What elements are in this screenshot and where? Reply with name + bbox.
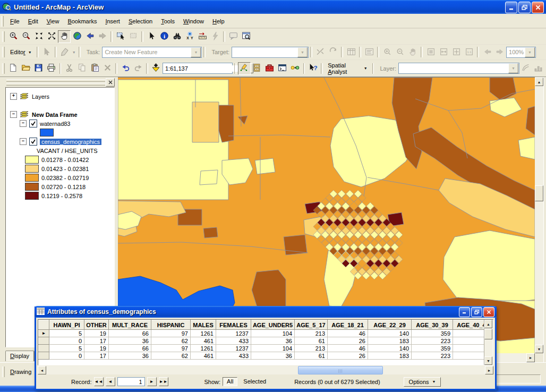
measure-button[interactable] — [196, 30, 209, 43]
cell[interactable]: 62 — [151, 352, 191, 360]
column-header-males[interactable]: MALES — [191, 320, 216, 330]
map-vertical-scrollbar[interactable]: ▲ ▼ — [535, 78, 543, 353]
cell[interactable]: 183 — [368, 337, 412, 345]
toc-close-icon[interactable] — [106, 78, 115, 87]
table-horizontal-scrollbar[interactable]: ◄ ||| ► — [38, 366, 493, 374]
cell[interactable]: 62 — [151, 337, 191, 345]
arccatalog-button[interactable] — [251, 62, 263, 75]
collapse-icon[interactable]: − — [20, 120, 27, 127]
next-record-button[interactable]: ► — [147, 377, 157, 386]
chevron-down-icon[interactable]: ▼ — [191, 47, 201, 57]
cell[interactable]: 359 — [412, 345, 453, 352]
zoom-percent-combo[interactable]: 100%▼ — [506, 47, 536, 58]
table-scroll-left-icon[interactable]: ◄ — [38, 366, 46, 374]
cell[interactable]: 5 — [49, 330, 84, 337]
toolbar-grip[interactable] — [2, 47, 5, 57]
scroll-down-icon[interactable]: ▼ — [535, 345, 543, 353]
cell[interactable]: 5 — [49, 345, 84, 352]
tab-display[interactable]: Display — [5, 351, 34, 361]
cell[interactable]: 359 — [412, 330, 453, 337]
attr-minimize-button[interactable] — [459, 307, 470, 317]
table-vscroll-thumb[interactable] — [484, 329, 492, 339]
collapse-icon[interactable]: − — [20, 138, 27, 145]
table-scroll-up-icon[interactable]: ▲ — [484, 320, 492, 328]
map-vscroll-thumb[interactable] — [535, 185, 543, 201]
target-combo[interactable]: ▼ — [232, 47, 309, 58]
select-elements-button[interactable] — [145, 30, 158, 43]
cell[interactable]: 17 — [84, 352, 109, 360]
expand-icon[interactable]: + — [10, 93, 17, 100]
cell[interactable]: 26 — [328, 337, 368, 345]
column-header-females[interactable]: FEMALES — [216, 320, 251, 330]
layer-checkbox[interactable] — [29, 138, 37, 146]
column-header-age_under5[interactable]: AGE_UNDER5 — [251, 320, 295, 330]
magnifier-window-button[interactable] — [240, 30, 252, 43]
cell[interactable]: 46 — [328, 330, 368, 337]
table-scroll-down-icon[interactable]: ▼ — [484, 356, 492, 365]
row-indicator[interactable] — [39, 345, 49, 352]
cell[interactable]: 0 — [49, 337, 84, 345]
legend-swatch[interactable] — [25, 183, 39, 191]
fixed-zoom-in-button[interactable] — [32, 30, 45, 43]
show-all-button[interactable]: All — [223, 377, 237, 386]
legend-swatch[interactable] — [25, 165, 39, 173]
attr-close-button[interactable] — [483, 307, 494, 317]
column-header-mult_race[interactable]: MULT_RACE — [109, 320, 151, 330]
last-record-button[interactable]: ►► — [159, 377, 168, 386]
cell[interactable]: 36 — [109, 352, 151, 360]
cell[interactable]: 223 — [412, 337, 453, 345]
toolbar-grip[interactable] — [2, 31, 5, 42]
cell[interactable]: 10 — [453, 337, 484, 345]
cell[interactable]: 213 — [295, 330, 328, 337]
row-indicator[interactable] — [39, 352, 49, 360]
cell[interactable]: 19 — [84, 345, 109, 352]
editor-toolbar-button[interactable] — [238, 62, 251, 75]
row-indicator[interactable]: ► — [39, 330, 49, 337]
add-data-button[interactable] — [150, 62, 163, 75]
attribute-table-titlebar[interactable]: Attributes of census_demographics — [35, 306, 497, 318]
cell[interactable]: 1237 — [216, 330, 251, 337]
chevron-down-icon[interactable]: ▼ — [508, 63, 518, 73]
column-header-age_22_29[interactable]: AGE_22_29 — [368, 320, 412, 330]
scroll-up-icon[interactable]: ▲ — [535, 78, 543, 86]
cell[interactable]: 461 — [191, 337, 216, 345]
menu-file[interactable]: File — [6, 15, 24, 27]
undo-button[interactable] — [119, 62, 132, 75]
toc-grip[interactable] — [5, 78, 115, 86]
cell[interactable]: 140 — [368, 345, 412, 352]
select-features-button[interactable] — [114, 30, 127, 43]
save-button[interactable] — [32, 62, 45, 75]
column-header-hispanic[interactable]: HISPANIC — [151, 320, 191, 330]
editor-menu-button[interactable]: Editor▼ — [7, 48, 35, 56]
cell[interactable]: 140 — [368, 330, 412, 337]
menu-insert[interactable]: Insert — [101, 15, 124, 27]
record-number-input[interactable] — [117, 377, 145, 386]
map-scale-combo[interactable]: ▼ — [163, 63, 233, 74]
collapse-icon[interactable]: − — [10, 111, 17, 118]
cell[interactable]: 183 — [368, 352, 412, 360]
spatial-analyst-menu-button[interactable]: Spatial Analyst▼ — [325, 61, 370, 76]
restore-button[interactable] — [518, 2, 531, 13]
cell[interactable]: 1237 — [216, 345, 251, 352]
chevron-down-icon[interactable]: ▼ — [297, 47, 308, 57]
cell[interactable]: 223 — [412, 352, 453, 360]
zoom-out-button[interactable] — [20, 30, 32, 43]
first-record-button[interactable]: ◄◄ — [94, 377, 104, 386]
pan-button[interactable] — [58, 30, 71, 43]
table-vertical-scrollbar[interactable]: ▲ ▼ — [484, 320, 493, 365]
go-to-xy-button[interactable]: XY — [183, 30, 196, 43]
table-scroll-right-icon[interactable]: ► — [485, 366, 493, 374]
layer-label-waternad83[interactable]: waternad83 — [40, 121, 71, 127]
menu-help[interactable]: Help — [208, 15, 229, 27]
column-header-age_40_49[interactable]: AGE_40_49 — [453, 320, 484, 330]
spatial-layer-combo[interactable]: ▼ — [398, 63, 519, 74]
identify-button[interactable]: i — [158, 30, 170, 43]
cell[interactable]: 17 — [84, 337, 109, 345]
cell[interactable]: 66 — [109, 330, 151, 337]
layer-checkbox[interactable] — [29, 120, 37, 127]
full-extent-button[interactable] — [71, 30, 83, 43]
layer-label-census_demographics[interactable]: census_demographics — [40, 139, 101, 145]
modelbuilder-button[interactable] — [289, 62, 302, 75]
data-frame-label[interactable]: New Data Frame — [32, 112, 78, 118]
cell[interactable]: 47 — [453, 330, 484, 337]
